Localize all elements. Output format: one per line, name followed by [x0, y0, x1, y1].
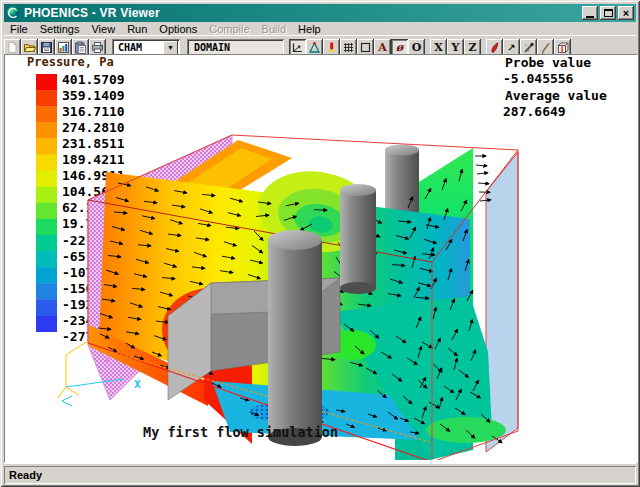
svg-text:274.2810: 274.2810 [62, 120, 125, 135]
z-icon: Z [468, 41, 476, 54]
menu-item-options[interactable]: Options [153, 23, 203, 35]
y-icon: Y [452, 41, 460, 54]
average-label: Average value [505, 88, 607, 103]
menu-item-view[interactable]: View [85, 23, 121, 35]
maximize-icon [604, 9, 613, 17]
window-title: PHOENICS - VR Viewer [24, 6, 580, 20]
probe-label: Probe value [505, 55, 591, 70]
flow-scene: 401.5709359.1409316.7110274.2810231.8511… [5, 55, 635, 460]
menu-item-help[interactable]: Help [292, 23, 327, 35]
title-bar[interactable]: PHOENICS - VR Viewer × [4, 4, 636, 22]
domain-field-input[interactable] [192, 41, 282, 54]
menu-bar: FileSettingsViewRunOptionsCompileBuildHe… [4, 22, 636, 35]
svg-text:231.8511: 231.8511 [62, 136, 125, 151]
svg-text:189.4211: 189.4211 [62, 152, 125, 167]
cube-icon [556, 41, 569, 54]
svg-text:316.7110: 316.7110 [62, 104, 125, 119]
open-folder-icon [23, 41, 36, 54]
graphs-icon [57, 41, 70, 54]
menu-item-file[interactable]: File [4, 23, 34, 35]
minimize-icon [586, 16, 594, 18]
scene-caption: My first flow simulation [143, 424, 338, 440]
pressure-legend-colorbar [36, 74, 57, 332]
angle-icon [308, 41, 321, 54]
new-document-icon [6, 41, 19, 54]
svg-text:359.1409: 359.1409 [62, 88, 125, 103]
reset-view-icon [291, 41, 304, 54]
probe-value: -5.045556 [503, 71, 574, 86]
annotation-icon: A [378, 41, 387, 54]
combo-dropdown-button[interactable]: ▼ [163, 41, 178, 55]
save-icon [40, 41, 53, 54]
o-icon: O [412, 41, 422, 54]
vr-scene-viewport[interactable]: 401.5709359.1409316.7110274.2810231.8511… [4, 54, 638, 463]
red-pen-icon [488, 41, 501, 54]
menu-item-build: Build [256, 23, 292, 35]
arrow-icon: ↗ [507, 42, 515, 53]
menu-item-settings[interactable]: Settings [34, 23, 86, 35]
slash-o-icon: ø [396, 41, 403, 54]
close-icon: × [623, 8, 629, 19]
print-icon [91, 41, 104, 54]
chevron-down-icon: ▼ [167, 44, 174, 51]
status-panel: Ready [4, 466, 636, 484]
axis-x-label: X [134, 378, 141, 391]
axis-y-label: Y [104, 354, 111, 367]
probe-marker-icon [325, 41, 338, 54]
mesh-icon [342, 41, 355, 54]
svg-text:401.5709: 401.5709 [62, 72, 125, 87]
cylinder-front [268, 230, 322, 446]
menu-item-run[interactable]: Run [121, 23, 153, 35]
wireframe-icon [359, 41, 372, 54]
maximize-button[interactable] [600, 6, 616, 20]
x-icon: X [434, 41, 443, 54]
pencil-icon [539, 41, 552, 54]
average-value: 287.6649 [503, 104, 566, 119]
legend-title: Pressure, Pa [27, 55, 114, 69]
close-button[interactable]: × [618, 6, 634, 20]
status-bar: Ready [4, 463, 636, 484]
menu-item-compile: Compile [203, 23, 255, 35]
object-combo-input[interactable] [116, 41, 166, 54]
clipboard-icon [74, 41, 87, 54]
cylinder-middle [340, 184, 376, 294]
brush-icon [522, 41, 535, 54]
status-text: Ready [9, 469, 42, 481]
minimize-button[interactable] [582, 6, 598, 20]
app-icon [6, 6, 20, 20]
phoenics-vr-viewer-window: { "window": { "title": "PHOENICS - VR Vi… [0, 0, 640, 487]
